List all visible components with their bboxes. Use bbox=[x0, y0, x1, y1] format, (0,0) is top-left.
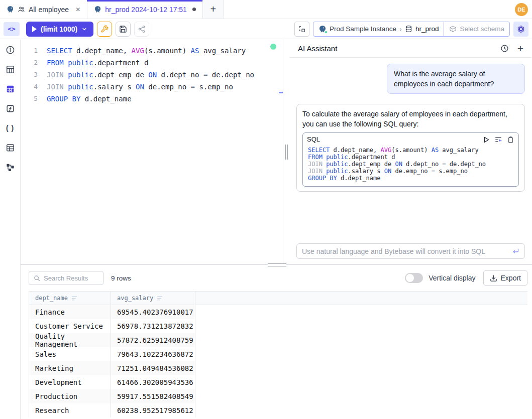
copy-icon[interactable] bbox=[507, 136, 514, 144]
line-number: 2 bbox=[21, 57, 47, 69]
sidebar-item-procedure[interactable]: ( ) bbox=[5, 123, 15, 133]
ai-code-line: JOIN public.salary s ON de.emp_no = s.em… bbox=[308, 168, 514, 175]
user-message: What is the average salary of employees … bbox=[387, 64, 525, 94]
table-row[interactable]: Quality Management57872.625912408759 bbox=[29, 333, 527, 347]
table-cell[interactable]: 61466.302005943536 bbox=[111, 375, 195, 389]
table-cell[interactable]: 79643.102234636872 bbox=[111, 347, 195, 361]
enter-return-icon[interactable] bbox=[512, 247, 519, 255]
table-cell[interactable]: Production bbox=[29, 389, 111, 403]
new-chat-button[interactable]: + bbox=[517, 43, 523, 54]
avatar[interactable]: DE bbox=[515, 3, 528, 16]
share-button[interactable] bbox=[134, 22, 149, 37]
table-cell[interactable]: 69545.402376910017 bbox=[111, 305, 195, 319]
grid-table-icon bbox=[6, 65, 15, 74]
table-cell[interactable]: 71251.049484536082 bbox=[111, 361, 195, 375]
table-cell[interactable]: 56978.731213872832 bbox=[111, 319, 195, 333]
sidebar-toggle-button[interactable]: <> bbox=[4, 22, 20, 36]
format-sql-button[interactable] bbox=[294, 22, 309, 37]
table-cell-empty bbox=[195, 361, 527, 375]
column-header-empty bbox=[195, 292, 527, 305]
result-table: dept_name avg_salary Finance69545.402376… bbox=[29, 291, 527, 417]
table-cell[interactable]: 59917.551582408549 bbox=[111, 389, 195, 403]
vertical-display-toggle[interactable] bbox=[405, 273, 423, 283]
download-icon bbox=[490, 274, 497, 282]
export-button[interactable]: Export bbox=[483, 270, 527, 286]
ai-code-line: SELECT d.dept_name, AVG(s.amount) AS avg… bbox=[308, 147, 514, 154]
sidebar-item-info[interactable] bbox=[5, 45, 15, 55]
table-rows-icon bbox=[6, 143, 15, 153]
run-query-button[interactable]: (limit 1000) bbox=[26, 22, 93, 37]
splitter-grip-icon bbox=[285, 145, 288, 160]
schema-selector[interactable]: Select schema bbox=[444, 22, 509, 36]
new-tab-button[interactable]: + bbox=[203, 0, 224, 19]
ai-assistant-button[interactable] bbox=[513, 22, 528, 37]
close-icon[interactable]: ✕ bbox=[75, 6, 80, 13]
table-row[interactable]: Sales79643.102234636872 bbox=[29, 347, 527, 361]
ai-prompt-input[interactable] bbox=[302, 247, 508, 255]
result-rows: Finance69545.402376910017Customer Servic… bbox=[29, 305, 527, 417]
share-icon bbox=[138, 25, 146, 33]
vertical-splitter[interactable] bbox=[283, 40, 290, 264]
table-cell-empty bbox=[195, 319, 527, 333]
table-row[interactable]: Development61466.302005943536 bbox=[29, 375, 527, 389]
run-code-icon[interactable] bbox=[482, 136, 490, 144]
table-row[interactable]: Customer Service56978.731213872832 bbox=[29, 319, 527, 333]
column-header-dept-name[interactable]: dept_name bbox=[29, 292, 111, 305]
table-cell[interactable]: 57872.625912408759 bbox=[111, 333, 195, 347]
toggle-knob bbox=[406, 274, 414, 282]
table-cell-empty bbox=[195, 333, 527, 347]
cube-icon bbox=[449, 25, 457, 33]
postgres-icon bbox=[94, 6, 101, 13]
sort-icon bbox=[71, 295, 78, 302]
table-cell[interactable]: Sales bbox=[29, 347, 111, 361]
tab-all-employee[interactable]: All employee ✕ bbox=[0, 0, 87, 19]
table-cell[interactable]: 60238.952517985612 bbox=[111, 403, 195, 417]
table-row[interactable]: Production59917.551582408549 bbox=[29, 389, 527, 403]
code-line: 5GROUP BY d.dept_name bbox=[21, 93, 283, 105]
workspace: 1SELECT d.dept_name, AVG(s.amount) AS av… bbox=[21, 40, 532, 264]
result-table-header: dept_name avg_salary bbox=[29, 291, 527, 305]
ai-code-line: FROM public.department d bbox=[308, 154, 514, 161]
tab-label: All employee bbox=[29, 6, 69, 14]
insert-to-editor-icon[interactable] bbox=[494, 135, 502, 144]
table-cell[interactable]: Quality Management bbox=[29, 333, 111, 347]
openai-icon bbox=[516, 25, 525, 34]
sidebar-item-table[interactable] bbox=[5, 143, 15, 153]
column-header-avg-salary[interactable]: avg_salary bbox=[111, 292, 195, 305]
save-button[interactable] bbox=[116, 22, 131, 37]
unsaved-indicator-icon bbox=[192, 8, 196, 11]
sidebar-item-er-diagram[interactable] bbox=[5, 162, 15, 172]
info-icon bbox=[6, 45, 15, 55]
sidebar-item-function[interactable] bbox=[5, 103, 15, 113]
ai-code-line: JOIN public.dept_emp de ON d.dept_no = d… bbox=[308, 161, 514, 168]
sql-code-card: SQL SELECT d.dept_name, AVG(s.amount) AS… bbox=[302, 132, 519, 187]
sidebar-item-schema-diagram[interactable] bbox=[5, 84, 15, 94]
table-cell[interactable]: Finance bbox=[29, 305, 111, 319]
horizontal-splitter[interactable] bbox=[268, 263, 286, 266]
line-number: 3 bbox=[21, 69, 47, 81]
sort-icon bbox=[157, 295, 163, 302]
table-row[interactable]: Finance69545.402376910017 bbox=[29, 305, 527, 319]
search-results-input[interactable] bbox=[44, 274, 94, 282]
table-cell[interactable]: Customer Service bbox=[29, 319, 111, 333]
sidebar-item-worksheet[interactable] bbox=[5, 64, 15, 74]
admin-wrench-button[interactable] bbox=[97, 22, 112, 37]
tab-hr-prod[interactable]: hr_prod 2024-10-12 17:51 bbox=[87, 0, 203, 19]
table-cell[interactable]: Research bbox=[29, 403, 111, 417]
table-row[interactable]: Research60238.952517985612 bbox=[29, 403, 527, 417]
tab-label: hr_prod 2024-10-12 17:51 bbox=[105, 6, 187, 14]
instance-selector[interactable]: Prod Sample Instance › hr_prod bbox=[313, 22, 444, 36]
code-line: 2FROM public.department d bbox=[21, 57, 283, 69]
status-dot bbox=[325, 31, 328, 34]
code-line: 4JOIN public.salary s ON de.emp_no = s.e… bbox=[21, 81, 283, 93]
history-clock-icon[interactable] bbox=[500, 44, 509, 53]
table-cell[interactable]: Marketing bbox=[29, 361, 111, 375]
results-toolbar: 9 rows Vertical display Export bbox=[21, 265, 532, 291]
line-number: 1 bbox=[21, 45, 47, 57]
assistant-intro-text: To calculate the average salary of emplo… bbox=[302, 110, 507, 128]
table-cell[interactable]: Development bbox=[29, 375, 111, 389]
table-row[interactable]: Marketing71251.049484536082 bbox=[29, 361, 527, 375]
instance-name: Prod Sample Instance bbox=[330, 25, 396, 33]
chevron-down-icon[interactable] bbox=[81, 26, 87, 32]
sql-editor[interactable]: 1SELECT d.dept_name, AVG(s.amount) AS av… bbox=[21, 40, 283, 264]
